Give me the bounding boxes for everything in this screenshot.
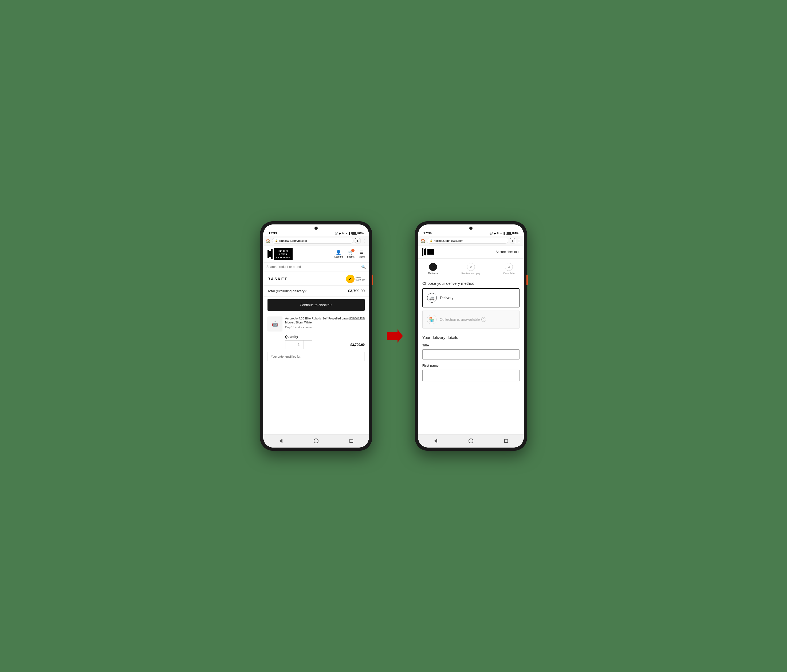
search-icon[interactable]: 🔍 [361, 265, 366, 269]
delivery-details-title: Your delivery details [418, 331, 524, 342]
total-label: Total (excluding delivery): [267, 289, 307, 293]
account-label: Account [334, 256, 343, 258]
remove-item-link[interactable]: Remove item [349, 317, 365, 319]
menu-label: Menu [359, 256, 365, 258]
vpn-icon-2: ⦾ [497, 232, 499, 235]
camera-2 [469, 227, 473, 230]
collection-option[interactable]: 🏪 Collection is unavailable ? [422, 310, 520, 329]
signal-icon: ▶ [339, 232, 341, 235]
signal-bars-icon: ▐ [348, 232, 350, 235]
logo-bar-1 [267, 250, 269, 258]
home-button-1[interactable] [312, 437, 320, 445]
jl-nav: 👤 Account 🛒 1 Basket ☰ Menu [334, 250, 365, 258]
qty-plus-button[interactable]: + [303, 341, 312, 349]
more-menu-1[interactable]: ⋮ [362, 238, 366, 243]
tab-count-1[interactable]: 5 [355, 238, 360, 243]
menu-icon: ☰ [360, 250, 363, 255]
product-price: £3,799.00 [351, 343, 365, 347]
back-button-2[interactable] [432, 437, 440, 445]
battery-pct-2: 84% [513, 232, 518, 235]
progress-line-2 [480, 267, 499, 267]
collection-label: Collection is unavailable [440, 317, 480, 322]
back-button-1[interactable] [277, 437, 285, 445]
norton-icon: ✓ [346, 274, 354, 283]
nav-account[interactable]: 👤 Account [334, 250, 343, 258]
checkout-content: Secure checkout 1 Delivery 2 Review and … [418, 246, 524, 434]
signal-icon-2: ▶ [494, 232, 496, 235]
main-scene: 17:33 💬 ▶ ⦾ ▾ ▐ 84% 🏠 🔒 jo [260, 221, 527, 451]
logo-partners: & PARTNERS [276, 256, 291, 259]
checkout-button[interactable]: Continue to checkout [267, 299, 365, 311]
logo-text: JOHN LEWIS & PARTNERS [273, 248, 292, 260]
qty-minus-button[interactable]: − [285, 341, 294, 349]
address-bar-2: 🏠 🔒 heckout.johnlewis.com 5 ⋮ [418, 236, 524, 246]
side-button [371, 274, 373, 285]
logo-john: JOHN [276, 249, 291, 253]
side-button-2 [526, 274, 528, 285]
title-field-label: Title [418, 342, 524, 348]
product-row: 🤖 Ambrogio 4.36 Elite Robotic Self-Prope… [263, 313, 369, 335]
qty-value: 1 [294, 341, 303, 349]
phone-basket: 17:33 💬 ▶ ⦾ ▾ ▐ 84% 🏠 🔒 jo [260, 221, 372, 451]
signal-bars-icon-2: ▐ [503, 232, 504, 235]
camera [314, 227, 318, 230]
battery-pct-1: 84% [358, 232, 363, 235]
phone-checkout: 17:34 💬 ▶ ⦾ ▾ ▐ 84% 🏠 🔒 he [415, 221, 527, 451]
step-2-label: Review and pay [461, 272, 480, 275]
norton-badge: ✓ NortonSECURED [346, 274, 365, 283]
more-menu-2[interactable]: ⋮ [517, 238, 521, 243]
transition-arrow [383, 328, 404, 344]
nav-menu[interactable]: ☰ Menu [359, 250, 365, 258]
delivery-option-label: Delivery [440, 296, 454, 300]
bottom-nav-1 [263, 434, 369, 448]
wifi-icon: ▾ [345, 232, 347, 235]
delivery-option-selected[interactable]: 🚐 Delivery [422, 288, 520, 308]
progress-line-1 [442, 267, 461, 267]
basket-header: BASKET ✓ NortonSECURED [263, 271, 369, 286]
help-icon[interactable]: ? [481, 317, 486, 322]
search-input[interactable] [266, 265, 359, 269]
checkout-logo [422, 248, 434, 256]
step-1-circle: 1 [429, 263, 437, 271]
home-button-2[interactable] [467, 437, 475, 445]
logo-bars [267, 249, 273, 259]
logo-bar-2 [269, 251, 271, 257]
total-amount: £3,799.00 [348, 289, 365, 293]
recents-button-1[interactable] [347, 437, 355, 445]
qty-controls: − 1 + [285, 340, 312, 349]
time-display-1: 17:33 [269, 231, 277, 235]
status-icons-2: 💬 ▶ ⦾ ▾ ▐ 84% [490, 232, 518, 235]
bottom-nav-2 [418, 434, 524, 448]
status-bar-2: 17:34 💬 ▶ ⦾ ▾ ▐ 84% [418, 231, 524, 236]
basket-label: Basket [347, 256, 354, 258]
url-box-2[interactable]: 🔒 heckout.johnlewis.com [427, 238, 508, 244]
collection-unavail-wrap: Collection is unavailable ? [440, 317, 486, 322]
home-icon[interactable]: 🏠 [266, 238, 270, 243]
title-input-box[interactable] [422, 349, 520, 360]
notch-area [263, 224, 369, 231]
url-box-1[interactable]: 🔒 johnlewis.com/basket [272, 238, 354, 244]
basket-badge: 1 [351, 249, 354, 252]
step-3-label: Complete [503, 272, 515, 275]
status-bar-1: 17:33 💬 ▶ ⦾ ▾ ▐ 84% [263, 231, 369, 236]
basket-title: BASKET [267, 277, 288, 281]
url-text-1: johnlewis.com/basket [279, 239, 307, 242]
quantity-section: Quantity − 1 + £3,799.00 [263, 335, 369, 352]
first-name-input-box[interactable] [422, 370, 520, 381]
basket-icon-wrap: 🛒 1 [348, 250, 354, 255]
first-name-field-label: First name [418, 363, 524, 369]
jl-logo: JOHN LEWIS & PARTNERS [267, 248, 292, 260]
url-text-2: heckout.johnlewis.com [434, 239, 463, 242]
tab-count-2[interactable]: 5 [510, 238, 515, 243]
home-icon-2[interactable]: 🏠 [421, 238, 425, 243]
recents-button-2[interactable] [502, 437, 510, 445]
checkout-header: Secure checkout [418, 246, 524, 259]
collection-store-icon: 🏪 [427, 315, 436, 324]
nav-basket[interactable]: 🛒 1 Basket [347, 250, 354, 258]
logo-lewis: LEWIS [276, 253, 291, 256]
delivery-van-icon: 🚐 [427, 293, 437, 303]
status-icons-1: 💬 ▶ ⦾ ▾ ▐ 84% [335, 232, 363, 235]
basket-content: JOHN LEWIS & PARTNERS 👤 Account 🛒 [263, 246, 369, 434]
account-icon: 👤 [336, 250, 341, 255]
product-image: 🤖 [267, 317, 283, 331]
